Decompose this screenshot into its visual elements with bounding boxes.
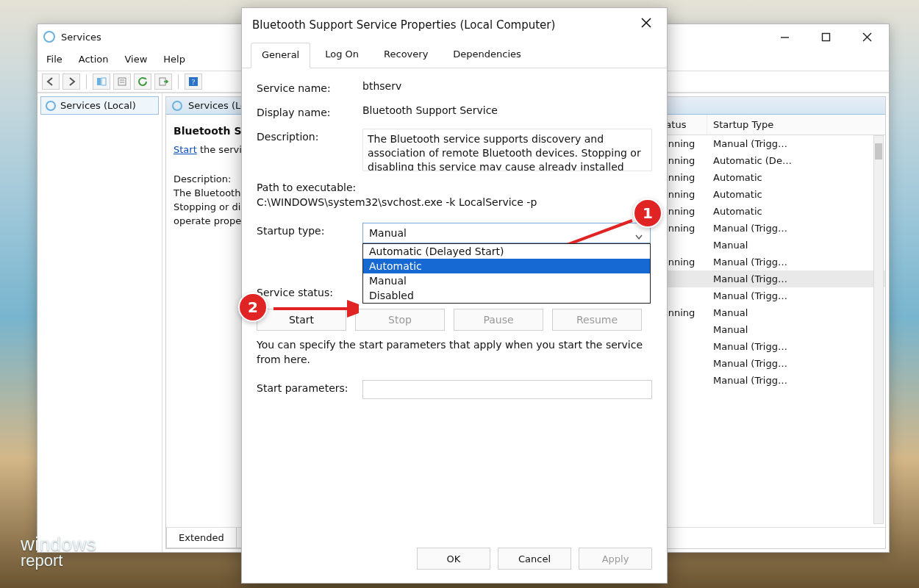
menu-file[interactable]: File — [45, 52, 64, 66]
dialog-tabs: General Log On Recovery Dependencies — [242, 42, 667, 68]
table-row[interactable]: …RunningAutomatic — [637, 186, 885, 203]
dialog-buttons: OK Cancel Apply — [242, 537, 667, 583]
table-row[interactable]: …Manual — [637, 237, 885, 254]
table-row[interactable]: …Manual (Trigg… — [637, 270, 885, 287]
table-row[interactable]: …RunningManual (Trigg… — [637, 220, 885, 237]
start-params-input[interactable] — [362, 380, 652, 399]
gear-icon — [46, 101, 56, 111]
nav-item-services-local[interactable]: Services (Local) — [40, 96, 159, 115]
cell-startup: Automatic — [707, 169, 885, 186]
cell-startup: Automatic — [707, 203, 885, 220]
nav-tree: Services (Local) — [37, 93, 162, 552]
cell-startup: Manual (Trigg… — [707, 135, 885, 152]
callout-badge-1: 1 — [633, 198, 662, 228]
show-hide-tree-button[interactable] — [93, 74, 110, 90]
tab-general[interactable]: General — [251, 43, 310, 68]
startup-type-dropdown: Automatic (Delayed Start)AutomaticManual… — [362, 243, 651, 304]
services-table: … Status Startup Type …RunningManual (Tr… — [637, 115, 885, 527]
start-button[interactable]: Start — [257, 309, 346, 331]
startup-option[interactable]: Automatic (Delayed Start) — [363, 244, 650, 259]
gear-icon — [172, 101, 182, 111]
cell-startup: Manual (Trigg… — [707, 270, 885, 287]
cell-startup: Manual — [707, 304, 885, 321]
tab-extended[interactable]: Extended — [166, 528, 237, 548]
cell-startup: Manual (Trigg… — [707, 372, 885, 389]
scrollbar-thumb[interactable] — [875, 143, 882, 159]
svg-rect-6 — [118, 78, 126, 85]
svg-text:?: ? — [192, 78, 196, 86]
cell-startup: Automatic — [707, 186, 885, 203]
startup-option[interactable]: Manual — [363, 273, 650, 288]
menu-action[interactable]: Action — [77, 52, 110, 66]
table-row[interactable]: …RunningManual (Trigg… — [637, 135, 885, 152]
startup-type-combobox[interactable]: Manual — [362, 223, 651, 243]
col-startup[interactable]: Startup Type — [707, 115, 885, 135]
menu-help[interactable]: Help — [162, 52, 187, 66]
table-row[interactable]: …Manual (Trigg… — [637, 372, 885, 389]
dialog-close-button[interactable] — [640, 17, 657, 33]
startup-type-selected: Manual — [369, 227, 407, 239]
close-button[interactable] — [857, 26, 877, 47]
table-row[interactable]: …RunningAutomatic — [637, 169, 885, 186]
table-row[interactable]: …Manual — [637, 321, 885, 338]
back-button[interactable] — [42, 74, 60, 90]
table-row[interactable]: …RunningManual (Trigg… — [637, 254, 885, 270]
callout-badge-2: 2 — [238, 293, 268, 322]
cell-startup: Manual (Trigg… — [707, 287, 885, 304]
table-row[interactable]: …Manual (Trigg… — [637, 355, 885, 372]
pause-button[interactable]: Pause — [454, 309, 543, 331]
forward-button[interactable] — [62, 74, 80, 90]
app-icon — [43, 31, 55, 43]
cell-startup: Manual (Trigg… — [707, 220, 885, 237]
toolbar-separator — [86, 74, 87, 89]
label-description: Description: — [257, 129, 351, 143]
maximize-button[interactable] — [815, 26, 836, 47]
menu-view[interactable]: View — [123, 52, 149, 66]
refresh-button[interactable] — [134, 74, 151, 90]
label-path: Path to executable: — [257, 182, 652, 193]
resume-button[interactable]: Resume — [552, 309, 642, 331]
svg-rect-1 — [822, 33, 829, 40]
help-button[interactable]: ? — [185, 74, 202, 90]
cell-startup: Automatic (De… — [707, 152, 885, 169]
label-start-params: Start parameters: — [257, 380, 351, 394]
start-link[interactable]: Start — [174, 144, 197, 155]
tab-dependencies[interactable]: Dependencies — [443, 43, 532, 68]
svg-rect-4 — [97, 78, 101, 85]
export-list-button[interactable] — [154, 74, 172, 90]
value-display-name: Bluetooth Support Service — [362, 104, 652, 116]
tab-panel-general: Service name: bthserv Display name: Blue… — [242, 68, 667, 537]
properties-dialog: Bluetooth Support Service Properties (Lo… — [241, 7, 668, 584]
table-row[interactable]: …Manual (Trigg… — [637, 287, 885, 304]
properties-button[interactable] — [113, 74, 131, 90]
nav-item-label: Services (Local) — [60, 100, 136, 111]
startup-option[interactable]: Automatic — [363, 259, 650, 273]
tab-recovery[interactable]: Recovery — [373, 43, 438, 68]
apply-button[interactable]: Apply — [579, 548, 652, 570]
table-row[interactable]: …RunningManual — [637, 304, 885, 321]
chevron-down-icon — [635, 231, 643, 243]
stop-button[interactable]: Stop — [355, 309, 445, 331]
label-service-status: Service status: — [257, 284, 351, 298]
dialog-title: Bluetooth Support Service Properties (Lo… — [252, 18, 640, 32]
table-row[interactable]: …RunningAutomatic — [637, 203, 885, 220]
table-row[interactable]: …RunningAutomatic (De… — [637, 152, 885, 169]
dialog-titlebar: Bluetooth Support Service Properties (Lo… — [242, 8, 667, 42]
tab-logon[interactable]: Log On — [315, 43, 369, 68]
cell-startup: Manual (Trigg… — [707, 338, 885, 355]
startup-option[interactable]: Disabled — [363, 288, 650, 303]
cancel-button[interactable]: Cancel — [498, 548, 571, 570]
cell-startup: Manual (Trigg… — [707, 355, 885, 372]
table-row[interactable]: …Manual (Trigg… — [637, 338, 885, 355]
label-display-name: Display name: — [257, 104, 351, 118]
value-path: C:\WINDOWS\system32\svchost.exe -k Local… — [257, 196, 652, 208]
label-startup-type: Startup type: — [257, 223, 351, 237]
ok-button[interactable]: OK — [417, 548, 490, 570]
value-description: The Bluetooth service supports discovery… — [362, 129, 652, 171]
minimize-button[interactable] — [774, 26, 795, 47]
scrollbar[interactable] — [873, 135, 884, 524]
cell-startup: Manual (Trigg… — [707, 254, 885, 270]
svg-rect-5 — [101, 78, 106, 85]
toolbar-separator — [178, 74, 179, 89]
window-controls — [774, 26, 883, 47]
